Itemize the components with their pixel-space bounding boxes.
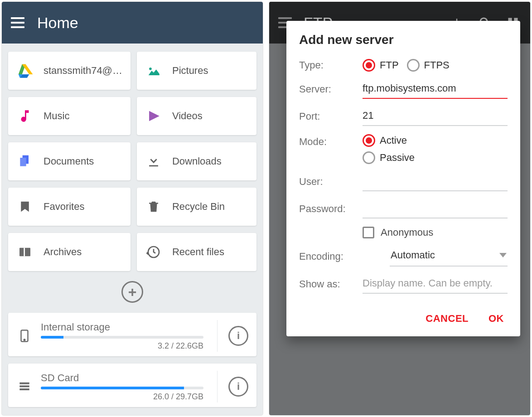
row-password: Password: [299,199,508,218]
radio-label: Passive [380,152,415,164]
password-input[interactable] [363,199,508,218]
port-input[interactable] [363,107,508,126]
tile-recycle-bin[interactable]: Recycle Bin [137,188,256,226]
tile-music[interactable]: Music [8,97,131,135]
storage-name: Internal storage [41,321,203,333]
tile-label: Downloads [172,155,222,167]
server-input[interactable] [363,80,508,99]
chevron-down-icon [499,253,507,257]
label-show-as: Show as: [299,278,358,290]
add-tile-row: + [2,271,263,313]
tile-google-drive[interactable]: stanssmith74@… [8,52,131,90]
svg-rect-10 [19,385,29,387]
label-mode: Mode: [299,134,358,148]
phone-icon [15,327,34,345]
radio-active[interactable]: Active [363,134,407,147]
label-type: Type: [299,59,358,71]
tile-videos[interactable]: Videos [137,97,256,135]
cancel-button[interactable]: CANCEL [426,313,469,325]
tile-pictures[interactable]: Pictures [137,52,256,90]
ok-button[interactable]: OK [488,313,504,325]
radio-label: Active [380,135,407,146]
storage-internal[interactable]: Internal storage 3.2 / 22.6GB i [8,313,256,356]
google-drive-icon [16,62,34,79]
add-tile-button[interactable]: + [121,281,143,303]
add-server-dialog: Add new server Type: FTP FTPS Server: Po… [286,21,520,336]
encoding-value: Automatic [391,249,435,261]
encoding-select[interactable]: Automatic [390,247,508,267]
appbar-title: Home [37,14,78,32]
info-icon[interactable]: i [228,377,248,397]
row-show-as: Show as: [299,275,508,294]
tile-recent-files[interactable]: Recent files [137,233,256,271]
downloads-icon [145,153,162,170]
label-port: Port: [299,111,358,122]
checkbox-label: Anonymous [381,227,433,238]
storage-bar [41,387,203,389]
dialog-actions: CANCEL OK [299,302,508,327]
row-mode: Mode: Active Passive [299,134,508,164]
anonymous-checkbox[interactable]: Anonymous [363,227,508,238]
row-server: Server: [299,80,508,99]
dialog-heading: Add new server [299,33,508,47]
user-input[interactable] [363,172,508,191]
storage-sdcard[interactable]: SD Card 26.0 / 29.7GB i [8,364,256,407]
storage-bar [41,336,203,339]
tile-favorites[interactable]: Favorites [8,188,131,226]
tile-downloads[interactable]: Downloads [137,142,256,180]
row-anonymous: Anonymous [299,227,508,238]
favorites-icon [16,198,34,215]
label-server: Server: [299,83,358,95]
tile-label: Archives [44,246,82,258]
tile-label: Recent files [172,246,224,258]
tile-label: Pictures [172,65,208,77]
trash-icon [145,198,162,215]
documents-icon [16,153,34,170]
radio-passive[interactable]: Passive [363,151,415,164]
tile-label: Recycle Bin [172,201,225,213]
appbar-home: Home [2,2,263,44]
info-icon[interactable]: i [228,326,248,346]
svg-rect-5 [24,248,25,257]
storage-body: SD Card 26.0 / 29.7GB [41,372,206,402]
mode-radios: Active Passive [363,134,508,164]
label-encoding: Encoding: [299,251,358,262]
storage-body: Internal storage 3.2 / 22.6GB [41,321,206,351]
storage-name: SD Card [41,372,203,384]
tile-archives[interactable]: Archives [8,233,131,271]
divider [217,371,218,402]
storage-usage: 3.2 / 22.6GB [41,341,203,351]
ftp-screen: FTP Add new server Type: FTP FTPS Server… [269,2,530,415]
storage-list: Internal storage 3.2 / 22.6GB i SD Card … [2,313,263,407]
tile-label: Documents [44,155,94,167]
radio-ftps[interactable]: FTPS [407,59,450,72]
music-icon [16,107,34,125]
row-encoding: Encoding: Automatic [299,247,508,267]
tile-label: Music [44,110,69,122]
label-password: Password: [299,203,358,215]
label-user: User: [299,176,358,188]
tile-label: stanssmith74@… [44,65,122,77]
row-type: Type: FTP FTPS [299,59,508,72]
radio-label: FTP [380,59,399,71]
storage-icon [15,379,34,394]
recent-icon [145,243,162,261]
tile-label: Favorites [44,201,84,213]
show-as-input[interactable] [363,275,508,294]
radio-ftp[interactable]: FTP [363,59,399,72]
menu-icon[interactable] [11,17,24,28]
type-radios: FTP FTPS [363,59,508,72]
svg-rect-11 [19,388,29,390]
tile-documents[interactable]: Documents [8,142,131,180]
tile-label: Videos [172,110,203,122]
row-port: Port: [299,107,508,126]
svg-point-8 [24,339,25,341]
home-tiles: stanssmith74@… Pictures Music Videos Doc [2,44,263,271]
home-screen: Home stanssmith74@… Pictures Music Vid [2,2,263,415]
storage-usage: 26.0 / 29.7GB [41,392,203,402]
row-user: User: [299,172,508,191]
videos-icon [145,107,162,125]
divider [217,320,218,352]
archives-icon [16,243,34,261]
pictures-icon [145,62,162,79]
